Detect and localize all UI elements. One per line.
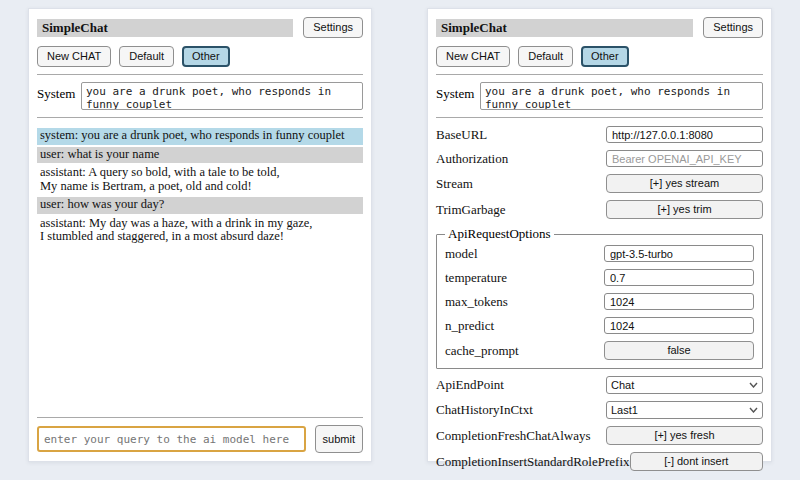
divider [37, 74, 363, 75]
setting-row-model: model [445, 242, 754, 266]
spacer [37, 248, 363, 411]
setting-row-trimgarbage: TrimGarbage [+] yes trim [436, 197, 763, 223]
settings-button[interactable]: Settings [703, 17, 763, 38]
chevron-down-icon [749, 407, 758, 413]
chat-history-selected-value: Last1 [611, 404, 638, 416]
header: SimpleChat Settings [37, 17, 363, 38]
system-label: System [436, 82, 480, 110]
settings-button[interactable]: Settings [303, 17, 363, 38]
setting-row-stream: Stream [+] yes stream [436, 171, 763, 197]
completion-fresh-chat-always-toggle-button[interactable]: [+] yes fresh [606, 426, 763, 445]
baseurl-label: BaseURL [436, 127, 487, 143]
api-request-options-fieldset: ApiRequestOptions model temperature max_… [436, 226, 763, 369]
chat-panel: SimpleChat Settings New CHAT Default Oth… [28, 8, 372, 462]
session-toolbar: New CHAT Default Other [37, 46, 363, 67]
completion-insert-standard-role-prefix-toggle-button[interactable]: [-] dont insert [630, 452, 763, 471]
chevron-down-icon [749, 382, 758, 388]
completion-insert-standard-role-prefix-label: CompletionInsertStandardRolePrefix [436, 454, 630, 470]
model-input[interactable] [604, 245, 754, 262]
app-title: SimpleChat [436, 19, 693, 37]
header: SimpleChat Settings [436, 17, 763, 38]
session-toolbar: New CHAT Default Other [436, 46, 763, 67]
stream-label: Stream [436, 176, 473, 192]
query-row: submit [37, 425, 363, 453]
setting-row-baseurl: BaseURL [436, 123, 763, 147]
chat-message-list: system: you are a drunk poet, who respon… [37, 128, 363, 248]
cache-prompt-toggle-button[interactable]: false [604, 341, 754, 360]
system-prompt-input[interactable]: you are a drunk poet, who responds in fu… [81, 82, 363, 110]
divider [37, 117, 363, 118]
session-tab-default[interactable]: Default [518, 46, 573, 67]
api-endpoint-label: ApiEndPoint [436, 377, 504, 393]
app-title: SimpleChat [37, 19, 293, 37]
setting-row-authorization: Authorization [436, 147, 763, 171]
setting-row-n-predict: n_predict [445, 314, 754, 338]
completion-fresh-chat-always-label: CompletionFreshChatAlways [436, 428, 591, 444]
chat-message-user: user: what is your name [37, 147, 363, 164]
chat-message-system: system: you are a drunk poet, who respon… [37, 128, 363, 145]
temperature-label: temperature [445, 270, 507, 286]
api-request-options-legend: ApiRequestOptions [445, 226, 554, 242]
divider [436, 74, 763, 75]
cache-prompt-label: cache_prompt [445, 343, 519, 359]
trimgarbage-label: TrimGarbage [436, 202, 506, 218]
api-endpoint-selected-value: Chat [611, 379, 634, 391]
stream-toggle-button[interactable]: [+] yes stream [606, 174, 763, 193]
setting-row-temperature: temperature [445, 266, 754, 290]
authorization-input[interactable] [606, 150, 763, 167]
system-prompt-input[interactable]: you are a drunk poet, who responds in fu… [480, 82, 763, 110]
setting-row-completion-fresh-chat-always: CompletionFreshChatAlways [+] yes fresh [436, 423, 763, 449]
query-input[interactable] [37, 426, 306, 452]
trimgarbage-toggle-button[interactable]: [+] yes trim [606, 200, 763, 219]
session-tab-other[interactable]: Other [581, 46, 629, 67]
setting-row-completion-insert-standard-role-prefix: CompletionInsertStandardRolePrefix [-] d… [436, 449, 763, 475]
api-endpoint-select[interactable]: Chat [606, 376, 763, 394]
setting-row-chat-history-in-ctxt: ChatHistoryInCtxt Last1 [436, 398, 763, 423]
model-label: model [445, 246, 478, 262]
n-predict-label: n_predict [445, 318, 494, 334]
system-prompt-row: System you are a drunk poet, who respond… [436, 82, 763, 110]
chat-message-assistant: assistant: My day was a haze, with a dri… [37, 216, 363, 246]
settings-panel: SimpleChat Settings New CHAT Default Oth… [427, 8, 772, 462]
divider [436, 117, 763, 118]
system-prompt-row: System you are a drunk poet, who respond… [37, 82, 363, 110]
divider [37, 417, 363, 418]
chat-message-assistant: assistant: A query so bold, with a tale … [37, 165, 363, 195]
n-predict-input[interactable] [604, 317, 754, 334]
max-tokens-input[interactable] [604, 293, 754, 310]
new-chat-button[interactable]: New CHAT [436, 46, 510, 67]
new-chat-button[interactable]: New CHAT [37, 46, 111, 67]
setting-row-api-endpoint: ApiEndPoint Chat [436, 373, 763, 398]
system-label: System [37, 82, 81, 110]
submit-button[interactable]: submit [315, 425, 363, 453]
temperature-input[interactable] [604, 269, 754, 286]
authorization-label: Authorization [436, 151, 508, 167]
setting-row-cache-prompt: cache_prompt false [445, 338, 754, 364]
chat-message-user: user: how was your day? [37, 197, 363, 214]
max-tokens-label: max_tokens [445, 294, 508, 310]
setting-row-max-tokens: max_tokens [445, 290, 754, 314]
chat-history-in-ctxt-select[interactable]: Last1 [606, 401, 763, 419]
baseurl-input[interactable] [606, 126, 763, 143]
chat-history-in-ctxt-label: ChatHistoryInCtxt [436, 402, 533, 418]
session-tab-other[interactable]: Other [182, 46, 230, 67]
session-tab-default[interactable]: Default [119, 46, 174, 67]
